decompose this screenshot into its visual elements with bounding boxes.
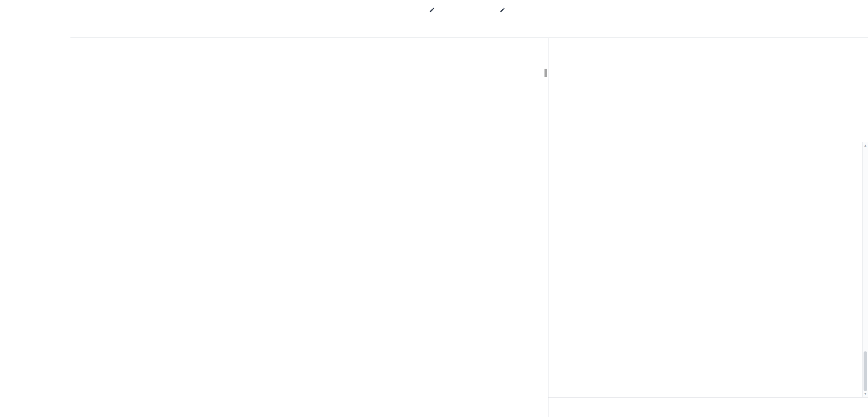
scroll-down-icon: ▼ <box>864 392 867 396</box>
pencil-icon <box>429 7 435 13</box>
job-logs <box>548 155 868 397</box>
test-panel-top <box>548 38 868 142</box>
next-button[interactable] <box>827 4 839 16</box>
content: ✓ ▲ ▼ <box>70 38 868 417</box>
windmill-logo[interactable] <box>0 0 70 20</box>
sidebar-divider <box>0 30 70 30</box>
results-body: ✓ ▲ ▼ <box>548 142 868 397</box>
overview-ruler-cursor-marker <box>544 69 547 77</box>
sidebar <box>0 0 70 417</box>
script-path[interactable] <box>429 7 438 13</box>
logs-scrollbar[interactable]: ▲ ▼ <box>862 142 868 397</box>
sidebar-workspace-section <box>0 20 70 26</box>
autoscroll-checkbox[interactable]: ✓ <box>848 146 855 152</box>
main-area: ✓ ▲ ▼ <box>70 0 868 417</box>
test-panel: ✓ ▲ ▼ <box>548 38 868 417</box>
code-editor[interactable] <box>70 38 548 417</box>
pencil-icon <box>500 7 505 13</box>
test-shortcut-badge <box>712 49 718 51</box>
check-icon: ✓ <box>850 146 853 152</box>
test-button[interactable] <box>555 44 862 55</box>
sidebar-divider-bottom <box>0 146 70 146</box>
play-icon <box>699 47 704 52</box>
windmill-app: ✓ ▲ ▼ <box>0 0 868 417</box>
windmill-pinwheel-icon <box>6 6 15 15</box>
run-stats-row: ✓ <box>548 142 868 155</box>
save-icon <box>848 7 854 13</box>
topbar-buttons <box>812 4 863 16</box>
lint-status-badge <box>82 27 92 31</box>
sidebar-collapse-button[interactable] <box>0 151 70 168</box>
script-summary[interactable] <box>500 7 508 13</box>
save-button[interactable] <box>842 4 863 16</box>
back-button[interactable] <box>812 4 824 16</box>
editor-toolbar <box>70 20 868 38</box>
result-placeholder <box>548 397 868 417</box>
topbar <box>70 0 868 20</box>
scrollbar-thumb[interactable] <box>864 351 867 391</box>
scroll-up-icon: ▲ <box>864 144 867 148</box>
